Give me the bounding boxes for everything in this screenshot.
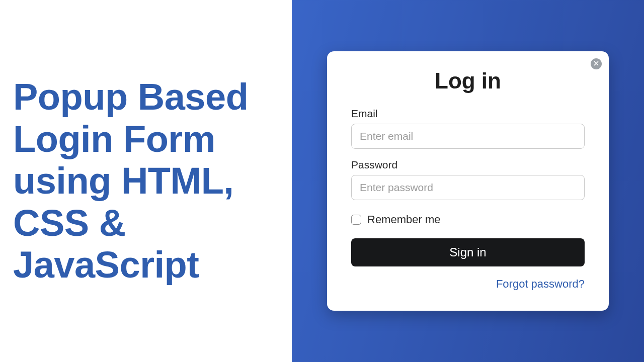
forgot-row: Forgot password? bbox=[351, 278, 585, 291]
right-panel: Log in Email Password Remember me Sign i… bbox=[292, 0, 644, 362]
page-root: Popup Based Login Form using HTML, CSS &… bbox=[0, 0, 644, 362]
email-input[interactable] bbox=[351, 124, 585, 149]
password-group: Password bbox=[351, 159, 585, 200]
password-input[interactable] bbox=[351, 175, 585, 200]
signin-button[interactable]: Sign in bbox=[351, 238, 585, 266]
login-popup: Log in Email Password Remember me Sign i… bbox=[327, 51, 609, 311]
close-icon bbox=[593, 59, 599, 68]
email-group: Email bbox=[351, 108, 585, 149]
close-button[interactable] bbox=[591, 58, 602, 69]
remember-label: Remember me bbox=[367, 213, 440, 226]
login-title: Log in bbox=[351, 68, 585, 94]
remember-row: Remember me bbox=[351, 213, 585, 226]
forgot-password-link[interactable]: Forgot password? bbox=[496, 278, 585, 290]
headline-text: Popup Based Login Form using HTML, CSS &… bbox=[13, 76, 277, 286]
left-panel: Popup Based Login Form using HTML, CSS &… bbox=[0, 0, 292, 362]
password-label: Password bbox=[351, 159, 585, 171]
remember-checkbox[interactable] bbox=[351, 215, 361, 225]
email-label: Email bbox=[351, 108, 585, 120]
